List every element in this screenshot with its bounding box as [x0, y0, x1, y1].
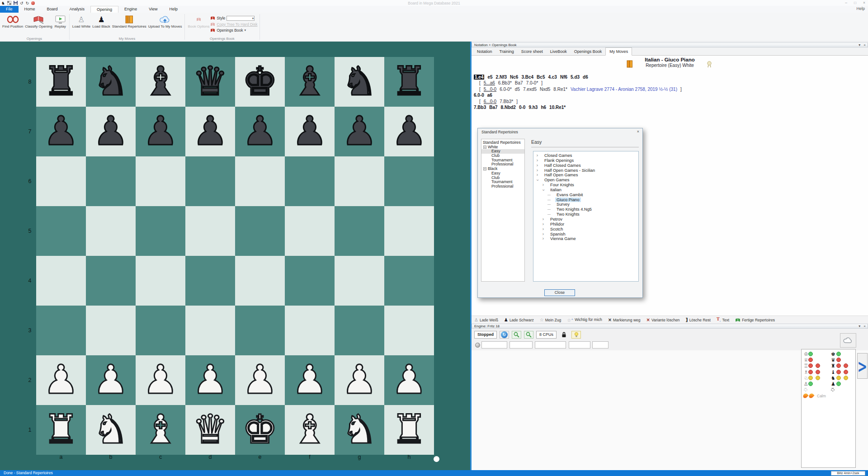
square-f4[interactable]	[285, 256, 335, 306]
panel-collapse-icon[interactable]: ▾	[859, 43, 860, 47]
move-token[interactable]: 6.0-0	[474, 93, 484, 98]
square-a2[interactable]: ♟	[36, 355, 86, 405]
move-token[interactable]: Ba7	[515, 80, 523, 85]
tab-score-sheet[interactable]: Score sheet	[518, 48, 547, 55]
move-token[interactable]: [	[479, 99, 481, 104]
square-h3[interactable]	[384, 306, 434, 355]
square-h7[interactable]: ♟	[384, 107, 434, 156]
engine-field-5[interactable]	[592, 341, 609, 349]
engine-restart-button[interactable]: ↻	[500, 331, 509, 339]
tree-item-professional[interactable]: Professional	[481, 184, 524, 189]
move-token[interactable]: 7.0-0*	[526, 80, 538, 85]
current-move[interactable]: 1.e4	[474, 75, 484, 80]
style-combobox[interactable]: ▾	[226, 16, 255, 21]
square-d3[interactable]	[185, 306, 235, 355]
panel-close-icon[interactable]: ×	[863, 43, 866, 47]
square-e6[interactable]	[235, 156, 285, 206]
square-c6[interactable]	[136, 156, 185, 206]
tree-item-easy[interactable]: Easy	[481, 149, 524, 154]
move-token[interactable]: [	[479, 80, 481, 85]
move-token[interactable]: ]	[516, 99, 518, 104]
square-e8[interactable]: ♚	[235, 57, 285, 107]
chevron-down-icon[interactable]: ›	[535, 178, 540, 182]
square-b4[interactable]	[86, 256, 136, 306]
move-token[interactable]: 3.Bc4	[521, 75, 533, 80]
move-token[interactable]: 2.Nf3	[496, 75, 507, 80]
square-a8[interactable]: ♜	[36, 57, 86, 107]
square-b1[interactable]: ♞	[86, 405, 136, 455]
tree-item-open-games[interactable]: ›Open Games	[533, 178, 638, 183]
toolbar-button-variante-l-schen[interactable]: ×Variante löschen	[646, 318, 680, 322]
move-token[interactable]: ]	[680, 87, 682, 92]
square-a7[interactable]: ♟	[36, 107, 86, 156]
square-b5[interactable]	[86, 206, 136, 256]
square-a3[interactable]	[36, 306, 86, 355]
move-token[interactable]: 6.0-0*	[500, 87, 512, 92]
move-token[interactable]: a6	[487, 93, 492, 98]
move-token[interactable]: 5...0-0	[484, 87, 496, 92]
cpu-count-button[interactable]: 8 CPUs	[536, 331, 557, 339]
menu-tab-board[interactable]: Board	[41, 6, 64, 13]
square-c7[interactable]: ♟	[136, 107, 185, 156]
move-token[interactable]: Nc6	[510, 75, 518, 80]
square-c4[interactable]	[136, 256, 185, 306]
move-token[interactable]: 5...a6	[484, 80, 495, 85]
tree-item-survey[interactable]: Survey	[533, 202, 638, 207]
square-e3[interactable]	[235, 306, 285, 355]
move-token[interactable]: 4.c3	[548, 75, 557, 80]
chevron-down-icon[interactable]: ›	[541, 188, 546, 192]
minimize-icon[interactable]: –	[845, 0, 847, 5]
toolbar-button-mein-zug[interactable]: ☆Mein Zug	[540, 318, 561, 322]
square-a1[interactable]: ♜	[36, 405, 86, 455]
square-g7[interactable]: ♟	[335, 107, 384, 156]
move-token[interactable]: Nf6	[560, 75, 567, 80]
square-g1[interactable]: ♞	[335, 405, 384, 455]
dialog-close-icon[interactable]: ×	[637, 129, 639, 134]
chevron-right-icon[interactable]: ›	[541, 222, 545, 227]
ribbon-button-replay[interactable]: Replay	[53, 14, 67, 29]
chevron-right-icon[interactable]: ›	[541, 236, 545, 241]
deep-analysis-button[interactable]	[512, 331, 521, 339]
square-f6[interactable]	[285, 156, 335, 206]
square-g6[interactable]	[335, 156, 384, 206]
ribbon-button-load-black[interactable]: ♟Load Black	[91, 14, 111, 29]
menu-tab-file[interactable]: File	[0, 6, 19, 13]
ribbon-button-upload-to-my-moves[interactable]: Upload To My Moves	[147, 14, 183, 29]
square-e4[interactable]	[235, 256, 285, 306]
move-token[interactable]: 8.Re1*	[553, 87, 567, 92]
move-token[interactable]: d5	[515, 87, 520, 92]
square-g8[interactable]: ♞	[335, 57, 384, 107]
move-token[interactable]: 6.Bb3*	[498, 80, 512, 85]
tree-item-two-knights-4-ng5[interactable]: Two Knights 4.Ng5	[533, 207, 638, 212]
tree-item-evans-gambit[interactable]: Evans Gambit	[533, 193, 638, 198]
move-token[interactable]: ]	[541, 80, 542, 85]
tree-item-spanish[interactable]: ›Spanish	[533, 232, 638, 237]
square-f3[interactable]	[285, 306, 335, 355]
tab-notation[interactable]: Notation	[473, 48, 496, 55]
square-b3[interactable]	[86, 306, 136, 355]
square-h1[interactable]: ♜	[384, 405, 434, 455]
move-token[interactable]: e5	[487, 75, 492, 80]
square-c1[interactable]: ♝	[136, 405, 185, 455]
square-e2[interactable]: ♟	[235, 355, 285, 405]
chevron-right-icon[interactable]: ›	[541, 183, 545, 188]
move-token[interactable]: 9.h3	[528, 105, 538, 110]
panel-collapse-icon[interactable]: ▾	[859, 324, 860, 329]
square-e5[interactable]	[235, 206, 285, 256]
maximize-icon[interactable]: □	[854, 0, 856, 5]
square-f5[interactable]	[285, 206, 335, 256]
ribbon-button-load-white[interactable]: ♙Load White	[71, 14, 91, 29]
square-g2[interactable]: ♟	[335, 355, 384, 405]
tree-item-half-open-games-sicilian[interactable]: ›Half Open Games - Sicilian	[533, 168, 638, 173]
square-c3[interactable]	[136, 306, 185, 355]
move-token[interactable]: Nxd5	[540, 87, 550, 92]
tab-training[interactable]: Training	[496, 48, 518, 55]
square-f1[interactable]: ♝	[285, 405, 335, 455]
square-d7[interactable]: ♟	[185, 107, 235, 156]
square-d4[interactable]	[185, 256, 235, 306]
move-token[interactable]: 7.Bb3	[474, 105, 486, 110]
engine-field-1[interactable]	[481, 341, 507, 349]
panel-close-icon[interactable]: ×	[863, 324, 866, 329]
close-button[interactable]: Close	[544, 289, 575, 296]
engine-cloud-button[interactable]	[840, 333, 856, 348]
